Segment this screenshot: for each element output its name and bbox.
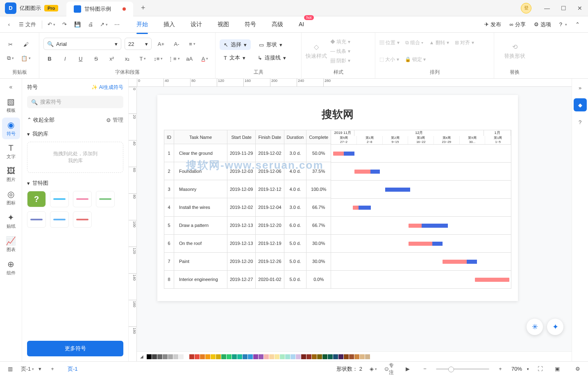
collapse-leftbar-button[interactable]: « [9,81,13,93]
group-button[interactable]: ⧉ 组合 ▾ [405,39,424,46]
copy-button[interactable]: ⧉ [4,52,16,64]
leftbar-chart[interactable]: 📈图表 [2,233,20,255]
layers-button[interactable]: ◈ [367,363,379,375]
symbol-thumb[interactable] [27,211,46,228]
add-page-button[interactable]: + [46,363,59,375]
more-qat-button[interactable]: ⋯ [111,19,123,30]
case-button[interactable]: aA [183,52,195,65]
text-tool-button[interactable]: T 文本 ▾ [220,52,250,63]
palette-picker-icon[interactable]: ◢ [140,354,147,359]
save-button[interactable]: 💾 [72,19,83,30]
color-swatch[interactable] [322,354,327,359]
color-swatch[interactable] [280,354,285,359]
menu-advanced[interactable]: 高级 [272,19,283,30]
zoom-in-button[interactable]: + [494,363,506,375]
table-row[interactable]: 1Clear the ground2019-11-292019-12-023.0… [164,144,331,162]
gantt-row[interactable] [331,162,511,180]
color-swatch[interactable] [200,354,205,359]
color-swatch[interactable] [269,354,274,359]
drop-zone[interactable]: 拖拽到此处，添加到 我的库 [27,142,123,173]
color-swatch[interactable] [216,354,221,359]
ai-float-button[interactable]: ✦ [547,319,563,335]
color-swatch[interactable] [232,354,237,359]
table-row[interactable]: 4Install the wires2019-12-022019-12-043.… [164,198,331,216]
symbol-thumb[interactable] [73,211,92,228]
document-title[interactable]: 搜软网 [164,107,511,122]
format-painter-button[interactable]: 🖌 [20,38,32,50]
color-swatch[interactable] [189,354,194,359]
fit-button[interactable]: ⛶ [534,363,546,375]
table-row[interactable]: 8Interior engineering2019-12-272020-01-0… [164,270,331,288]
color-swatch[interactable] [360,354,365,359]
font-color-button[interactable]: A [199,52,211,65]
assist-button[interactable]: ✳ [527,319,543,335]
focus-mode-button[interactable]: ⊙ 专注 [384,363,397,375]
maximize-button[interactable]: ☐ [555,5,572,11]
leftbar-symbol[interactable]: ◉符号 [2,118,20,139]
color-swatch[interactable] [179,354,184,359]
color-swatch[interactable] [306,354,311,359]
minimize-button[interactable]: — [539,5,555,11]
gantt-chart[interactable]: IDTask NameStart DateFinish DateDuration… [164,130,511,289]
gantt-row[interactable] [331,180,511,198]
color-swatch[interactable] [248,354,253,359]
shape-tool-button[interactable]: ▭ 形状 ▾ [255,39,286,50]
strike-button[interactable]: S [90,52,102,65]
right-help-button[interactable]: ? [574,116,587,129]
color-swatch[interactable] [243,354,247,359]
text-direction-button[interactable]: T [136,52,149,65]
line-button[interactable]: — 线条 ▾ [330,48,350,55]
gantt-row[interactable] [331,270,511,288]
color-swatch[interactable] [338,354,343,359]
superscript-button[interactable]: x² [106,52,118,65]
page-tab[interactable]: 页-1 [64,364,82,374]
paste-button[interactable]: 📋 [20,52,32,64]
color-swatch[interactable] [237,354,242,359]
color-swatch[interactable] [227,354,232,359]
color-swatch[interactable] [349,354,354,359]
position-button[interactable]: ▤ 位置 ▾ [379,39,400,46]
cut-button[interactable]: ✂ [4,38,16,50]
gantt-row[interactable] [331,234,511,252]
menu-start[interactable]: 开始 [136,19,148,30]
table-row[interactable]: 2Foundation2019-12-032019-12-064.0 d.37.… [164,162,331,180]
subscript-button[interactable]: x₂ [121,52,134,65]
document-tab[interactable]: 甘特图示例 [66,2,133,16]
gantt-row[interactable] [331,216,511,234]
leftbar-sticker[interactable]: ✦贴纸 [2,210,20,232]
color-swatch[interactable] [317,354,322,359]
page-select[interactable]: 页-1 [21,363,34,375]
close-button[interactable]: ✕ [572,5,588,11]
menu-view[interactable]: 视图 [218,19,229,30]
color-swatch[interactable] [301,354,306,359]
align-button[interactable]: ⊞ 对齐 ▾ [455,39,474,46]
color-swatch[interactable] [184,354,189,359]
color-swatch[interactable] [152,354,157,359]
color-swatch[interactable] [354,354,359,359]
bold-button[interactable]: B [43,52,56,65]
color-swatch[interactable] [344,354,349,359]
symbol-search-input[interactable]: 🔍 搜索符号 [27,96,123,108]
leftbar-component[interactable]: ⊕组件 [2,257,20,279]
canvas[interactable]: 搜软网 搜软网-www.seruan.com IDTask NameStart … [137,87,572,351]
color-swatch[interactable] [157,354,162,359]
table-row[interactable]: 7Paint2019-12-202019-12-265.0 d.30.0% [164,252,331,270]
add-tab-button[interactable]: + [138,4,148,12]
font-size-select[interactable]: 22▾ [125,38,152,50]
print-button[interactable]: 🖨 [85,19,96,30]
collapse-ribbon-button[interactable]: ⌃ [575,21,580,27]
properties-button[interactable]: ◆ [574,98,587,111]
menu-ai[interactable]: AIhot [299,19,304,30]
color-swatch[interactable] [275,354,279,359]
help-button[interactable]: ? [559,21,567,27]
zoom-level[interactable]: 70% [511,366,522,372]
export-button[interactable]: ↗ [98,19,109,30]
collapse-all-button[interactable]: ⌃ 收起全部 [27,116,54,124]
leftbar-text[interactable]: T文字 [2,141,20,162]
present-button[interactable]: ▶ [402,363,414,375]
color-swatch[interactable] [328,354,333,359]
quickstyle-button[interactable]: 快速样式 [306,52,327,60]
line-spacing-button[interactable]: ↕≡ [152,52,164,65]
color-swatch[interactable] [253,354,258,359]
select-tool-button[interactable]: ↖ 选择 ▾ [220,39,251,50]
